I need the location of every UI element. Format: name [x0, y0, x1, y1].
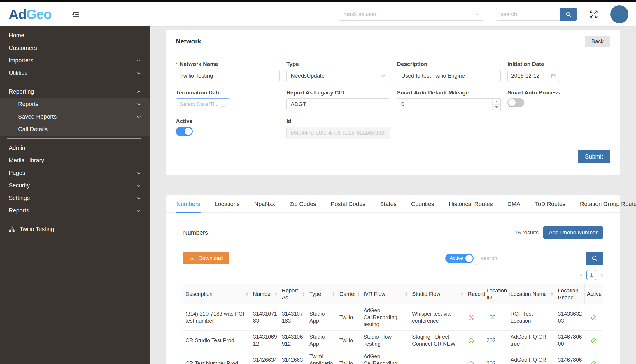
tab-postal-codes[interactable]: Postal Codes: [330, 195, 366, 212]
table-search-input[interactable]: [476, 252, 586, 265]
sidebar-item-home[interactable]: Home: [0, 29, 150, 42]
sidebar-divider: [7, 82, 141, 82]
download-button[interactable]: Download: [183, 252, 229, 264]
chevron-down-icon: [136, 102, 141, 107]
sidebar-item-reports[interactable]: Reports: [0, 98, 150, 110]
description-input[interactable]: [397, 70, 501, 82]
initiation-date-label: Initiation Date: [507, 61, 611, 67]
submit-button[interactable]: Submit: [578, 150, 610, 163]
sort-icon[interactable]: ▲▼: [357, 292, 360, 296]
sidebar-item-label: Importers: [9, 57, 136, 64]
logo-part-ad: Ad: [9, 6, 26, 22]
sort-icon[interactable]: ▲▼: [332, 292, 335, 296]
sidebar-item-twilio-testing[interactable]: Twilio Testing: [0, 223, 150, 235]
smart-auto-process-toggle[interactable]: [507, 98, 524, 107]
number-stepper[interactable]: [492, 99, 500, 110]
sidebar-item-customers[interactable]: Customers: [0, 42, 150, 54]
sort-icon[interactable]: ▲▼: [302, 292, 305, 296]
sidebar-item-pages[interactable]: Pages: [0, 167, 150, 179]
stepper-down-icon[interactable]: [493, 104, 500, 110]
cell-number: 3143107183: [251, 304, 280, 331]
sidebar-item-label: Admin: [9, 145, 141, 151]
page-1-button[interactable]: 1: [586, 270, 596, 280]
column-header-report-as[interactable]: Report As▲▼: [279, 284, 307, 304]
search-icon: [565, 11, 572, 17]
active-filter-label: Active: [450, 255, 463, 261]
column-header-description[interactable]: Description▲▼: [183, 284, 251, 304]
mask-as-user-select[interactable]: mask as user: [339, 8, 484, 21]
table-row[interactable]: CR Test Number Prod31426634843142663484T…: [183, 350, 603, 364]
tab-numbers[interactable]: Numbers: [176, 195, 201, 212]
report-as-legacy-cid-input[interactable]: [286, 98, 390, 110]
smart-auto-default-mileage-input[interactable]: [397, 98, 501, 110]
sidebar-item-utilities[interactable]: Utilities: [0, 67, 150, 79]
fullscreen-button[interactable]: [589, 10, 598, 19]
sidebar-item-saved-reports[interactable]: Saved Reports: [0, 110, 150, 123]
header-search: [496, 8, 577, 21]
tab-zip-codes[interactable]: Zip Codes: [289, 195, 317, 212]
tab-rotation-group-routes[interactable]: Rotation Group Routes: [579, 195, 636, 212]
user-avatar[interactable]: [610, 5, 628, 23]
sort-icon[interactable]: ▲▼: [461, 292, 463, 296]
active-filter-toggle[interactable]: Active: [445, 254, 474, 263]
tab-tod-routes[interactable]: ToD Routes: [534, 195, 566, 212]
prev-page-button[interactable]: ‹: [580, 271, 583, 279]
sort-icon[interactable]: ▲▼: [551, 292, 553, 296]
sidebar-item-settings[interactable]: Settings: [0, 192, 150, 204]
column-header-location-id[interactable]: Location ID▲▼: [484, 284, 508, 304]
tab-states[interactable]: States: [379, 195, 397, 212]
table-body: (314) 310-7183 was PGI test number314310…: [183, 304, 603, 364]
tab-npanxx[interactable]: NpaNxx: [254, 195, 276, 212]
sidebar-item-reports[interactable]: Reports: [0, 204, 150, 217]
cell-location-name: AdGeo HQ CR true: [508, 350, 556, 364]
field-active: Active: [176, 118, 280, 139]
sidebar-collapse-button[interactable]: [71, 10, 80, 19]
next-page-button[interactable]: ›: [600, 271, 603, 279]
tab-historical-routes[interactable]: Historical Routes: [448, 195, 493, 212]
add-phone-number-button[interactable]: Add Phone Number: [543, 226, 603, 239]
type-select[interactable]: NeedsUpdate: [286, 70, 390, 82]
sidebar-item-label: Customers: [9, 45, 141, 51]
sort-icon[interactable]: ▲▼: [405, 292, 407, 296]
sidebar-divider: [7, 220, 141, 220]
type-select-value: NeedsUpdate: [291, 73, 325, 79]
cell-report-as: 3143107183: [279, 304, 307, 331]
column-header-number[interactable]: Number▲▼: [251, 284, 280, 304]
sidebar-item-importers[interactable]: Importers: [0, 54, 150, 67]
header-search-button[interactable]: [560, 8, 577, 21]
sidebar-item-label: Pages: [9, 170, 136, 176]
tab-counties[interactable]: Counties: [411, 195, 435, 212]
sidebar-item-security[interactable]: Security: [0, 179, 150, 192]
sidebar-item-admin[interactable]: Admin: [0, 142, 150, 154]
column-header-record: Record: [466, 284, 484, 304]
sidebar-item-media-library[interactable]: Media Library: [0, 154, 150, 167]
header-search-input[interactable]: [496, 8, 560, 21]
network-name-input[interactable]: [176, 70, 280, 82]
sidebar-item-call-details[interactable]: Call Details: [0, 123, 150, 136]
field-description: Description: [397, 61, 501, 82]
back-button[interactable]: Back: [585, 36, 610, 47]
sort-icon[interactable]: ▲▼: [274, 292, 277, 296]
logo-part-geo: Geo: [26, 6, 52, 22]
column-header-carrier[interactable]: Carrier▲▼: [337, 284, 361, 304]
cell-carrier: Twilio: [337, 350, 361, 364]
initiation-date-picker[interactable]: 2016-12-12: [507, 70, 560, 82]
termination-date-picker[interactable]: Select Date/Ti...: [176, 98, 229, 110]
column-header-studio-flow[interactable]: Studio Flow▲▼: [410, 284, 465, 304]
sidebar-item-reporting[interactable]: Reporting: [0, 85, 150, 98]
app-logo[interactable]: AdGeo: [9, 6, 52, 22]
apartment-icon: [9, 226, 15, 232]
sort-icon[interactable]: ▲▼: [246, 292, 248, 296]
tab-locations[interactable]: Locations: [214, 195, 240, 212]
field-termination-date: Termination Date Select Date/Ti...: [176, 89, 280, 110]
table-row[interactable]: CR Studio Test Prod31431069123143106912S…: [183, 331, 603, 350]
column-header-location-name[interactable]: Location Name▲▼: [508, 284, 556, 304]
column-header-ivr-flow[interactable]: IVR Flow▲▼: [361, 284, 410, 304]
column-header-type[interactable]: Type▲▼: [307, 284, 337, 304]
table-row[interactable]: (314) 310-7183 was PGI test number314310…: [183, 304, 603, 331]
table-search-button[interactable]: [586, 252, 603, 265]
report-as-legacy-cid-label: Report As Legacy CID: [286, 89, 390, 96]
stepper-up-icon[interactable]: [493, 99, 500, 104]
active-toggle[interactable]: [176, 127, 193, 136]
tab-dma[interactable]: DMA: [507, 195, 521, 212]
